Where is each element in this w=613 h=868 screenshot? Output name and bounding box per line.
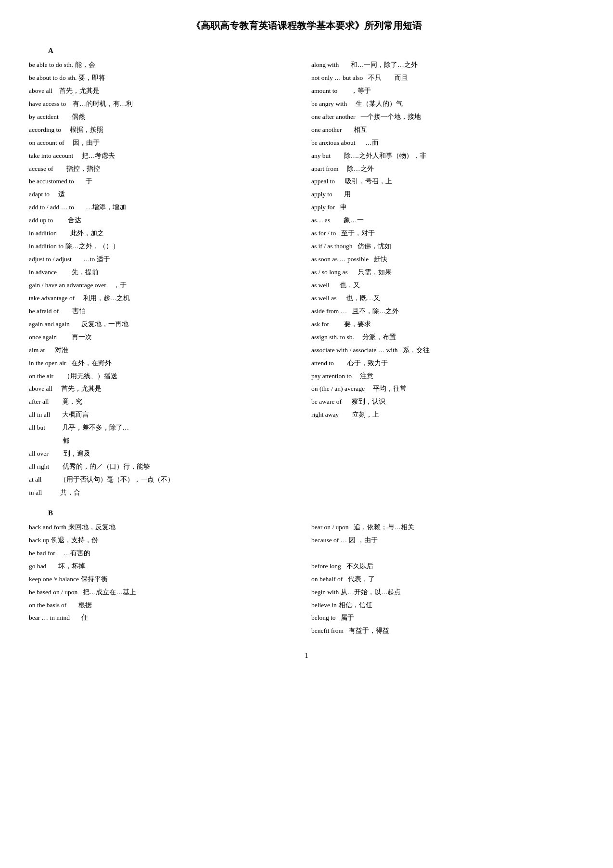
phrase-row: have access to 有…的时机，有…利: [29, 98, 302, 111]
phrase-row: along with 和…一同，除了…之外: [311, 59, 584, 72]
section-a-letter: A: [29, 47, 584, 55]
phrase-row: be bad for …有害的: [29, 547, 302, 560]
phrase-row: all right 优秀的，的／（口）行，能够: [29, 460, 302, 473]
phrase-row: adjust to / adjust …to 适于: [29, 253, 302, 266]
phrase-row: as well as 也，既…又: [311, 292, 584, 305]
phrase-row: be able to do sth.能，会: [29, 59, 302, 72]
phrase-row: in all 共，合: [29, 486, 302, 499]
phrase-row: as well 也，又: [311, 279, 584, 292]
section-a: A be able to do sth.能，会 be about to do s…: [29, 47, 584, 499]
phrase-row: be accustomed to 于: [29, 175, 302, 188]
phrase-row: be angry with 生（某人的）气: [311, 98, 584, 111]
phrase-row: assign sth. to sb. 分派，布置: [311, 331, 584, 344]
phrase-row: above all 首先，尤其是: [29, 85, 302, 98]
phrase-row: amount to ，等于: [311, 85, 584, 98]
section-b-left: back and forth来回地，反复地 back up倒退，支持，份 be …: [29, 521, 302, 638]
phrase-row: all over 到，遍及: [29, 447, 302, 460]
phrase-row: any but 除….之外人和事（物），非: [311, 150, 584, 163]
phrase-row: before long 不久以后: [311, 560, 584, 573]
phrase-row: appeal to 吸引，号召，上: [311, 175, 584, 188]
phrase-row: in addition to除…之外，（））: [29, 240, 302, 253]
phrase-row: bear … in mind 住: [29, 612, 302, 625]
phrase-row: right away 立刻，上: [311, 408, 584, 421]
phrase-row: be aware of 察到，认识: [311, 396, 584, 408]
phrase-row: be anxious about …而: [311, 137, 584, 150]
phrase-row: as if / as though 仿佛，忧如: [311, 240, 584, 253]
phrase-row: apart from 除…之外: [311, 163, 584, 176]
phrase-row: apply to 用: [311, 188, 584, 201]
phrase-row: belong to 属于: [311, 612, 584, 625]
phrase-row: pay attention to 注意: [311, 370, 584, 383]
phrase-row: on the air （用无线、）播送: [29, 370, 302, 383]
page-title: 《高职高专教育英语课程教学基本要求》所列常用短语: [29, 19, 584, 32]
section-b: B back and forth来回地，反复地 back up倒退，支持，份 b…: [29, 509, 584, 638]
section-b-right: bear on / upon 追，依赖；与…相关 because of … 因，…: [311, 521, 584, 638]
phrase-row: apply for 申: [311, 201, 584, 214]
phrase-row: gain / have an advantage over ，于: [29, 279, 302, 292]
phrase-row: take advantage of 利用，趁…之机: [29, 292, 302, 305]
phrase-row: on account of 因，由于: [29, 137, 302, 150]
phrase-row: back up倒退，支持，份: [29, 534, 302, 547]
phrase-row: associate with / associate … with 系，交往: [311, 344, 584, 357]
phrase-row: aim at 对准: [29, 344, 302, 357]
phrase-row: because of … 因，由于: [311, 534, 584, 547]
phrase-row: keep one 's balance保持平衡: [29, 573, 302, 586]
phrase-row: after all 竟，究: [29, 396, 302, 408]
phrase-row: be based on / upon 把…成立在…基上: [29, 586, 302, 599]
phrase-row: add to / add … to …增添，增加: [29, 201, 302, 214]
phrase-row: on (the / an) average 平均，往常: [311, 383, 584, 396]
phrase-row: one another 相互: [311, 124, 584, 137]
phrase-row: accuse of 指控，指控: [29, 163, 302, 176]
phrase-row: bear on / upon 追，依赖；与…相关: [311, 521, 584, 534]
phrase-row: benefit from 有益于，得益: [311, 625, 584, 638]
section-a-left: be able to do sth.能，会 be about to do sth…: [29, 59, 302, 499]
phrase-row: not only … but also 不只 而且: [311, 72, 584, 85]
phrase-row: be afraid of 害怕: [29, 305, 302, 318]
phrase-row: begin with从…开始，以…起点: [311, 586, 584, 599]
phrase-row: as / so long as 只需，如果: [311, 266, 584, 279]
phrase-row: all in all 大概而言: [29, 408, 302, 421]
phrase-row: in advance 先，提前: [29, 266, 302, 279]
phrase-row: in the open air 在外，在野外: [29, 357, 302, 370]
phrase-row: on the basis of 根据: [29, 599, 302, 612]
section-b-letter: B: [29, 509, 584, 517]
phrase-row: by accident 偶然: [29, 111, 302, 124]
phrase-row: at all （用于否认句）毫（不），一点（不）: [29, 473, 302, 486]
phrase-row: believe in相信，信任: [311, 599, 584, 612]
phrase-row: as… as 象…一: [311, 214, 584, 227]
phrase-row: one after another 一个接一个地，接地: [311, 111, 584, 124]
phrase-row: [311, 547, 584, 560]
phrase-row: according to 根据，按照: [29, 124, 302, 137]
phrase-row: as soon as … possible 赶快: [311, 253, 584, 266]
phrase-row: go bad 坏，坏掉: [29, 560, 302, 573]
phrase-row: back and forth来回地，反复地: [29, 521, 302, 534]
phrase-row: above all 首先，尤其是: [29, 383, 302, 396]
phrase-row: all but 几乎，差不多，除了…: [29, 421, 302, 434]
section-a-right: along with 和…一同，除了…之外 not only … but als…: [311, 59, 584, 499]
phrase-row: add up to 合达: [29, 214, 302, 227]
phrase-row: aside from … 且不，除…之外: [311, 305, 584, 318]
phrase-row: be about to do sth.要，即将: [29, 72, 302, 85]
phrase-row: in addition 此外，加之: [29, 227, 302, 240]
phrase-row: take into account 把…考虑去: [29, 150, 302, 163]
phrase-row: 都: [29, 434, 302, 447]
phrase-row: again and again 反复地，一再地: [29, 318, 302, 331]
page-number: 1: [29, 652, 584, 660]
phrase-row: on behalf of 代表，了: [311, 573, 584, 586]
phrase-row: attend to 心于，致力于: [311, 357, 584, 370]
phrase-row: ask for 要，要求: [311, 318, 584, 331]
phrase-row: once again 再一次: [29, 331, 302, 344]
phrase-row: as for / to 至于，对于: [311, 227, 584, 240]
phrase-row: adapt to 适: [29, 188, 302, 201]
